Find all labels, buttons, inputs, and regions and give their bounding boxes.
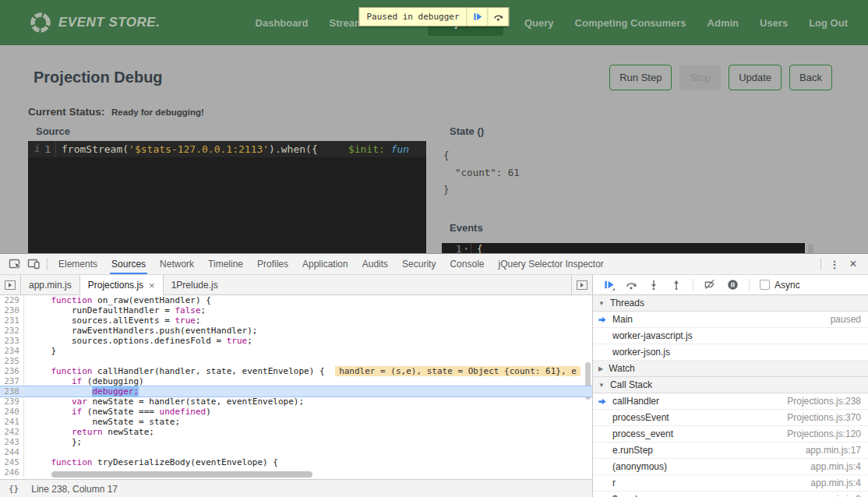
pretty-print-icon[interactable]: {} bbox=[9, 484, 19, 494]
debugger-sidebar-toggle-icon[interactable] bbox=[571, 275, 592, 294]
source-column: Source i 1 fromStream('$stats-127.0.0.1:… bbox=[28, 121, 426, 253]
tab-timeline[interactable]: Timeline bbox=[201, 254, 250, 274]
devtools-menu-icon[interactable]: ⋮ bbox=[825, 256, 844, 273]
file-tab-1prelude-js[interactable]: 1Prelude.js bbox=[164, 275, 226, 294]
line-number[interactable]: 236 bbox=[0, 366, 24, 376]
tab-sources[interactable]: Sources bbox=[104, 254, 153, 274]
line-number[interactable]: 242 bbox=[0, 427, 24, 437]
line-number[interactable]: 232 bbox=[0, 326, 24, 336]
close-tab-icon[interactable]: × bbox=[149, 280, 155, 291]
thread-worker-javascript-js[interactable]: worker-javascript.js bbox=[593, 328, 868, 344]
file-tab-projections-js[interactable]: Projections.js× bbox=[79, 275, 164, 295]
brand-link[interactable]: EVENT STORE. bbox=[30, 12, 160, 33]
pause-on-exceptions-icon[interactable] bbox=[726, 279, 739, 291]
line-number[interactable]: 239 bbox=[0, 397, 24, 407]
tab-elements[interactable]: Elements bbox=[51, 254, 104, 274]
line-number[interactable]: 246 bbox=[0, 467, 24, 478]
tab-network[interactable]: Network bbox=[153, 254, 201, 274]
nav-item-log-out[interactable]: Log Out bbox=[809, 17, 848, 29]
line-number[interactable]: 241 bbox=[0, 417, 24, 427]
line-number[interactable]: 240 bbox=[0, 407, 24, 417]
code-line-232: 232 rawEventHandlers.push(eventHandler); bbox=[0, 326, 592, 336]
code-token: handler = (s,e), state = Object {count: … bbox=[335, 366, 580, 376]
call-frame-r[interactable]: rapp.min.js:4 bbox=[593, 475, 868, 492]
async-checkbox[interactable] bbox=[760, 280, 770, 290]
nav-item-query[interactable]: Query bbox=[524, 17, 554, 29]
inspect-element-icon[interactable] bbox=[5, 256, 24, 273]
threads-list: Mainpausedworker-javascript.jsworker-jso… bbox=[593, 312, 868, 361]
current-frame-marker bbox=[598, 397, 609, 406]
tab-audits[interactable]: Audits bbox=[355, 254, 395, 274]
line-number[interactable]: 238 bbox=[0, 386, 24, 397]
watch-section-header[interactable]: ▶ Watch bbox=[593, 361, 868, 377]
line-number[interactable]: 244 bbox=[0, 447, 24, 457]
info-icon: i bbox=[34, 141, 40, 157]
call-frame-e-runstep[interactable]: e.runStepapp.min.js:17 bbox=[593, 442, 868, 459]
events-line-number[interactable]: 1▾ bbox=[442, 243, 471, 253]
line-number[interactable]: 229 bbox=[0, 295, 24, 305]
tab-jquery-selector-inspector[interactable]: jQuery Selector Inspector bbox=[491, 254, 610, 274]
line-number[interactable]: 234 bbox=[0, 346, 24, 356]
frame-location: app.min.js:17 bbox=[806, 445, 861, 456]
code-line-236: 236 function callHandler(handler, state,… bbox=[0, 366, 592, 376]
resume-icon[interactable] bbox=[602, 279, 615, 291]
step-into-icon[interactable] bbox=[647, 279, 660, 291]
step-out-icon[interactable] bbox=[670, 279, 683, 291]
tab-application[interactable]: Application bbox=[295, 254, 355, 274]
file-tab-app-min-js[interactable]: app.min.js bbox=[21, 275, 79, 294]
source-editor[interactable]: i 1 fromStream('$stats-127.0.0.1:2113').… bbox=[28, 141, 426, 253]
thread-main[interactable]: Mainpaused bbox=[593, 312, 868, 328]
call-frame-process-event[interactable]: process_eventProjections.js:120 bbox=[593, 426, 868, 442]
line-number[interactable]: 233 bbox=[0, 336, 24, 346]
code-editor[interactable]: 229 function on_raw(eventHandler) {230 r… bbox=[0, 295, 592, 479]
line-number[interactable]: 243 bbox=[0, 437, 24, 447]
events-scrollbar[interactable] bbox=[808, 244, 813, 253]
source-heading: Source bbox=[28, 121, 426, 141]
header-buttons: Run StepStopUpdateBack bbox=[609, 65, 832, 90]
code-token: on_raw(eventHandler) { bbox=[92, 295, 210, 305]
thread-worker-json-js[interactable]: worker-json.js bbox=[593, 344, 868, 361]
fold-icon[interactable]: ▾ bbox=[464, 243, 468, 253]
line-number[interactable]: 231 bbox=[0, 315, 24, 326]
back-button[interactable]: Back bbox=[789, 65, 832, 90]
update-button[interactable]: Update bbox=[729, 65, 782, 90]
call-frame-processevent[interactable]: processEventProjections.js:370 bbox=[593, 410, 868, 426]
run-step-button[interactable]: Run Step bbox=[609, 65, 672, 90]
devtools-close-icon[interactable]: × bbox=[844, 256, 863, 273]
events-editor[interactable]: 1▾{2 "correlationId": "06302702-9027-446… bbox=[442, 243, 805, 253]
banner-resume-icon[interactable] bbox=[467, 8, 488, 26]
line-number[interactable]: 235 bbox=[0, 356, 24, 366]
file-tab-label: 1Prelude.js bbox=[171, 280, 218, 291]
tab-console[interactable]: Console bbox=[443, 254, 491, 274]
nav-item-users[interactable]: Users bbox=[760, 17, 788, 29]
step-over-icon[interactable] bbox=[625, 279, 637, 291]
execution-arrow-icon bbox=[598, 397, 607, 406]
nav-item-admin[interactable]: Admin bbox=[707, 17, 739, 29]
chevron-right-icon: ▶ bbox=[598, 365, 603, 372]
navigator-toggle-icon[interactable] bbox=[0, 275, 21, 294]
call-frame-each[interactable]: $.eachapp.min.js:3 bbox=[593, 492, 868, 497]
frame-function: processEvent bbox=[612, 412, 784, 423]
call-frame-callhandler[interactable]: callHandlerProjections.js:238 bbox=[593, 393, 868, 410]
sources-editor-pane: app.min.jsProjections.js×1Prelude.js 229… bbox=[0, 275, 593, 497]
line-number[interactable]: 230 bbox=[0, 305, 24, 315]
line-number[interactable]: 245 bbox=[0, 457, 24, 467]
deactivate-breakpoints-icon[interactable] bbox=[704, 279, 716, 291]
tab-security[interactable]: Security bbox=[395, 254, 443, 274]
tabbar-divider-right bbox=[820, 258, 821, 270]
nav-item-dashboard[interactable]: Dashboard bbox=[256, 17, 309, 29]
call-frame-anonymous[interactable]: (anonymous)app.min.js:4 bbox=[593, 459, 868, 475]
device-toolbar-icon[interactable] bbox=[24, 256, 43, 273]
nav-item-competing-consumers[interactable]: Competing Consumers bbox=[575, 17, 686, 29]
callstack-section-header[interactable]: ▼ Call Stack bbox=[593, 377, 868, 393]
code-token bbox=[30, 407, 72, 417]
horizontal-scrollbar[interactable] bbox=[51, 471, 312, 478]
threads-section-header[interactable]: ▼ Threads bbox=[593, 295, 868, 312]
stop-button: Stop bbox=[679, 65, 721, 90]
code-token: true bbox=[175, 315, 196, 326]
code-line-231: 231 sources.allEvents = true; bbox=[0, 315, 592, 326]
devtools-tabbar: ElementsSourcesNetworkTimelineProfilesAp… bbox=[0, 254, 868, 275]
code-line-240: 240 if (newState === undefined) bbox=[0, 407, 592, 417]
tab-profiles[interactable]: Profiles bbox=[250, 254, 295, 274]
banner-step-over-icon[interactable] bbox=[488, 8, 509, 26]
